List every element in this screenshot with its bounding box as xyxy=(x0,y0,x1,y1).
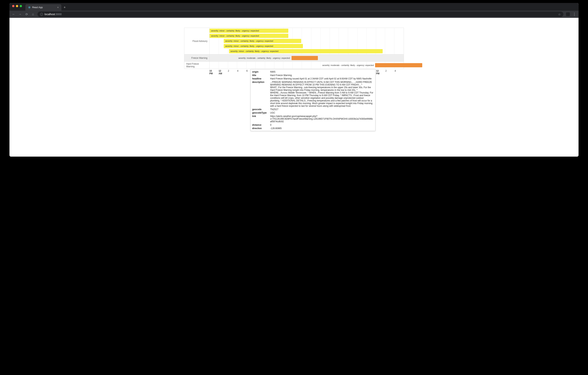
row-lane: severity: moderate - certainty: likely -… xyxy=(210,62,404,69)
reload-button[interactable]: ⟳ xyxy=(25,12,28,16)
tick-label: 10PM xyxy=(209,69,219,75)
addressbar: ← → ⟳ ⌂ i localhost:3000 ☆ ⋮ xyxy=(10,11,578,18)
tooltip-key: link xyxy=(251,114,269,123)
row-label: Freeze Warning xyxy=(184,55,210,61)
tooltip-key: title xyxy=(251,74,269,77)
row-lane: severity: minor - certainty: likely - ur… xyxy=(210,28,404,54)
alert-bar[interactable]: severity: minor - certainty: likely - ur… xyxy=(224,39,301,43)
tooltip-key: headline xyxy=(251,77,269,80)
close-window-button[interactable] xyxy=(12,5,14,7)
tooltip-row: headlineHard Freeze Warning issued April… xyxy=(251,77,375,80)
bookmark-star-icon[interactable]: ☆ xyxy=(558,12,561,16)
tooltip-key: geocodeType xyxy=(251,111,269,114)
tooltip-row: distance0 xyxy=(251,123,375,127)
tooltip-key: distance xyxy=(251,123,269,127)
tick-label: 12PM xyxy=(376,69,385,75)
tooltip-value: Hard Freeze Warning xyxy=(269,74,375,77)
tooltip-value: -128.80865 xyxy=(269,127,375,130)
tooltip-value: Hard Freeze Warning issued April 01 at 2… xyxy=(269,77,375,80)
tooltip-value: TNZ027 xyxy=(269,108,375,111)
forward-button[interactable]: → xyxy=(18,12,22,16)
timeline-row-hard-freeze-warning: Hard Freeze Warning severity: moderate -… xyxy=(184,62,404,69)
home-button[interactable]: ⌂ xyxy=(31,12,35,16)
alert-bar[interactable]: severity: minor - certainty: likely - ur… xyxy=(210,34,288,38)
row-label: Hard Freeze Warning xyxy=(184,62,210,69)
tooltip-row: geocodeTNZ027 xyxy=(251,108,375,111)
tooltip-key: direction xyxy=(251,127,269,130)
svg-point-0 xyxy=(29,7,30,8)
react-favicon-icon xyxy=(28,6,31,9)
timeline-chart: Flood Advisory severity: minor - certain… xyxy=(184,28,404,69)
tooltip-key: geocode xyxy=(251,108,269,111)
alert-bar[interactable] xyxy=(375,63,422,67)
alert-bar-label: severity: moderate - certainty: likely -… xyxy=(302,63,375,67)
tooltip-row: originNWS xyxy=(251,70,375,74)
tooltip-value: UGC xyxy=(269,111,375,114)
tooltip-value: https://alerts.weather.gov/cap/wwacapget… xyxy=(269,114,375,123)
row-label: Flood Advisory xyxy=(184,28,210,54)
alert-bar[interactable]: severity: minor - certainty: likely - ur… xyxy=(224,44,303,48)
titlebar: React App × + xyxy=(10,3,578,11)
url-port: 3000 xyxy=(56,13,62,16)
tooltip-row: titleHard Freeze Warning xyxy=(251,74,375,77)
tooltip-value: 0 xyxy=(269,123,375,127)
url-host: localhost: xyxy=(44,13,56,16)
row-lane: severity: moderate - certainty: likely -… xyxy=(210,55,404,61)
page-viewport: Flood Advisory severity: minor - certain… xyxy=(10,18,578,157)
minimize-window-button[interactable] xyxy=(16,5,18,7)
tooltip-value: NWS xyxy=(269,70,375,74)
maximize-window-button[interactable] xyxy=(20,5,22,7)
tick-label: 2 xyxy=(385,69,395,75)
new-tab-button[interactable]: + xyxy=(61,3,68,11)
browser-window: React App × + ← → ⟳ ⌂ i localhost:3000 ☆… xyxy=(10,3,578,157)
tab-title: React App xyxy=(32,6,43,9)
tooltip-value: ...FREEZE WARNING REMAINS IN EFFECT UNTI… xyxy=(269,80,375,108)
alert-bar[interactable] xyxy=(292,56,318,60)
tooltip-row: geocodeTypeUGC xyxy=(251,111,375,114)
tooltip-key: origin xyxy=(251,70,269,74)
timeline-row-freeze-warning: Freeze Warning severity: moderate - cert… xyxy=(184,55,404,62)
extension-chip[interactable] xyxy=(566,12,570,16)
tooltip-row: linkhttps://alerts.weather.gov/cap/wwaca… xyxy=(251,114,375,123)
tooltip-row: description...FREEZE WARNING REMAINS IN … xyxy=(251,80,375,108)
tooltip-key: description xyxy=(251,80,269,108)
tooltip-row: direction-128.80865 xyxy=(251,127,375,130)
alert-detail-tooltip: originNWStitleHard Freeze Warningheadlin… xyxy=(251,69,376,131)
alert-bar-label: severity: moderate - certainty: likely -… xyxy=(220,56,291,60)
omnibox[interactable]: i localhost:3000 ☆ xyxy=(38,11,563,17)
browser-tab[interactable]: React App × xyxy=(25,4,61,11)
alert-bar[interactable]: severity: minor - certainty: likely - ur… xyxy=(229,49,383,53)
tab-close-button[interactable]: × xyxy=(57,6,59,9)
alert-bar[interactable]: severity: minor - certainty: likely - ur… xyxy=(210,29,288,33)
window-controls xyxy=(11,3,23,11)
tick-label: 2 xyxy=(228,69,237,75)
tick-label: 12AM xyxy=(219,69,228,75)
timeline-row-flood-advisory: Flood Advisory severity: minor - certain… xyxy=(184,28,404,55)
tick-label: 4 xyxy=(395,69,404,75)
site-info-icon[interactable]: i xyxy=(40,13,43,16)
browser-menu-button[interactable]: ⋮ xyxy=(572,12,576,16)
back-button[interactable]: ← xyxy=(12,12,16,16)
tick-label: 4 xyxy=(237,69,246,75)
